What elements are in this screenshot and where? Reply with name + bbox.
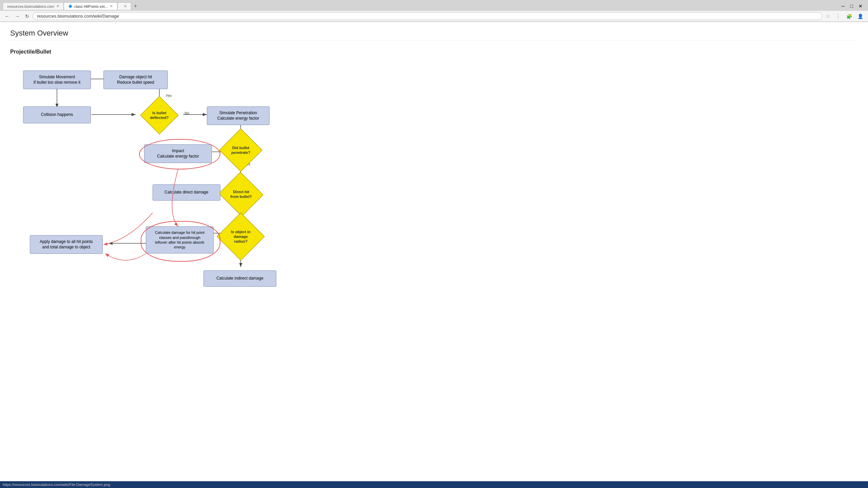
browser-chrome: resources.bisimulations.com ✕ 🔷 class Hi… xyxy=(0,0,868,22)
calculate-direct-damage-box: Calculate direct damage xyxy=(153,184,220,201)
tab-2[interactable]: 🔷 class HitPoints ext... ✕ xyxy=(64,2,117,10)
impact-line2: Calculate energy factor xyxy=(157,154,199,159)
simulate-movement-line2: If bullet too slow remove it xyxy=(34,80,81,85)
minimize-button[interactable]: ─ xyxy=(839,3,848,9)
deflected-text: Is bulletdeflected? xyxy=(150,110,169,120)
tab-1[interactable]: resources.bisimulations.com ✕ xyxy=(3,2,64,10)
damage-line2: Reduce bullet speed xyxy=(117,80,154,85)
account-icon[interactable]: 👤 xyxy=(855,14,865,19)
sim-pen-line1: Simulate Penetration xyxy=(217,110,259,116)
collision-happens-box: Collision happens xyxy=(23,106,91,123)
direct-hit-diamond: Direct hitfrom bullet? xyxy=(223,179,259,209)
tab-2-label: class HitPoints ext... xyxy=(74,4,108,8)
simulate-movement-box: Simulate Movement If bullet too slow rem… xyxy=(23,70,91,89)
back-button[interactable]: ← xyxy=(3,13,12,20)
damage-object-hit-box: Damage object hit Reduce bullet speed xyxy=(103,70,168,89)
tab-3[interactable]: ✕ xyxy=(117,2,131,10)
address-bar[interactable] xyxy=(33,12,822,20)
apply-damage-line2: and total damage to object xyxy=(40,245,93,250)
new-tab-button[interactable]: + xyxy=(131,3,140,9)
tab-3-close[interactable]: ✕ xyxy=(124,4,127,8)
calc-indirect-label: Calculate indirect damage xyxy=(216,276,263,281)
page-title: System Overview xyxy=(10,29,858,41)
tab-1-label: resources.bisimulations.com xyxy=(7,4,54,8)
yes-label-deflected: Yes xyxy=(165,94,172,98)
direct-hit-text: Direct hitfrom bullet? xyxy=(230,189,252,199)
damage-radius-text: Is object indamageradius? xyxy=(231,229,250,244)
simulate-movement-line1: Simulate Movement xyxy=(34,75,81,80)
collision-label: Collision happens xyxy=(41,112,73,118)
penetrate-text: Did bulletpenetrate? xyxy=(231,145,250,155)
tab-1-close[interactable]: ✕ xyxy=(56,4,59,8)
forward-button[interactable]: → xyxy=(13,13,22,20)
close-button[interactable]: ✕ xyxy=(856,3,865,9)
calculate-damage-hit-points-box: Calculate damage for hit point classes a… xyxy=(146,226,214,253)
calc-hp-line1: Calculate damage for hit point xyxy=(155,230,204,235)
status-url: https://resources.bisimulations.com/wiki… xyxy=(3,483,110,486)
page-content: System Overview Projectile/Bullet xyxy=(0,22,868,486)
bookmark-icon[interactable]: ☆ xyxy=(824,14,832,19)
calc-hp-line4: energy xyxy=(155,245,204,249)
no-label-deflected: No xyxy=(184,111,189,115)
flowchart: Simulate Movement If bullet too slow rem… xyxy=(10,60,281,318)
simulate-penetration-box: Simulate Penetration Calculate energy fa… xyxy=(207,106,270,125)
diagram-title: Projectile/Bullet xyxy=(10,49,858,55)
maximize-button[interactable]: □ xyxy=(848,3,856,9)
tab-favicon: 🔷 xyxy=(68,4,72,8)
menu-icon[interactable]: ⋮ xyxy=(833,13,843,19)
damage-radius-diamond: Is object indamageradius? xyxy=(222,220,259,253)
status-bar: https://resources.bisimulations.com/wiki… xyxy=(0,481,868,486)
calc-hp-line2: classes and passthrough xyxy=(155,235,204,240)
is-bullet-deflected-diamond: Is bulletdeflected? xyxy=(142,102,176,129)
calculate-indirect-damage-box: Calculate indirect damage xyxy=(203,270,276,287)
tab-bar: resources.bisimulations.com ✕ 🔷 class Hi… xyxy=(0,0,868,11)
sim-pen-line2: Calculate energy factor xyxy=(217,116,259,121)
calc-hp-line3: leftover after hit points absorb xyxy=(155,240,204,245)
nav-bar: ← → ↻ ☆ ⋮ 🧩 👤 xyxy=(0,11,868,22)
impact-line1: Impact xyxy=(157,148,199,154)
calc-direct-label: Calculate direct damage xyxy=(164,190,208,195)
refresh-button[interactable]: ↻ xyxy=(23,13,31,20)
impact-box: Impact Calculate energy factor xyxy=(144,144,212,163)
apply-damage-line1: Apply damage to all hit points xyxy=(40,239,93,245)
did-bullet-penetrate-diamond: Did bulletpenetrate? xyxy=(224,135,258,165)
extensions-icon[interactable]: 🧩 xyxy=(844,14,854,19)
apply-damage-box: Apply damage to all hit points and total… xyxy=(30,235,103,254)
damage-line1: Damage object hit xyxy=(117,75,154,80)
tab-2-close[interactable]: ✕ xyxy=(110,4,113,8)
